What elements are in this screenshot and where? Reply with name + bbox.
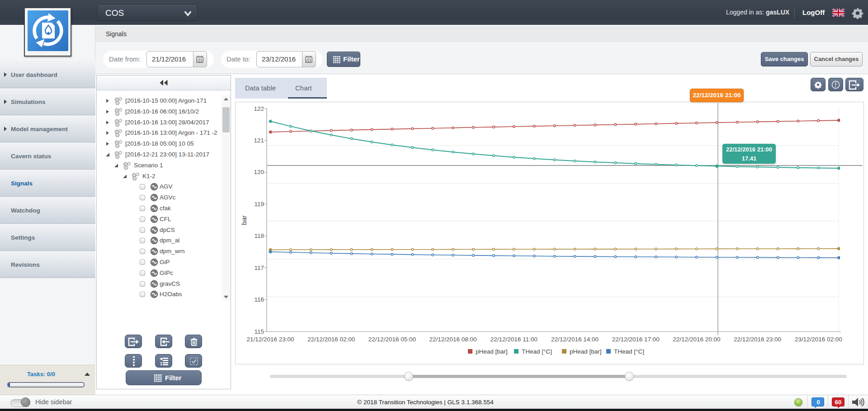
- svg-text:pHead [bar]: pHead [bar]: [476, 348, 508, 355]
- svg-text:pHead [bar]: pHead [bar]: [570, 348, 602, 355]
- svg-text:22/12/2016 11:00: 22/12/2016 11:00: [491, 336, 538, 343]
- svg-text:22/12/2016 02:00: 22/12/2016 02:00: [307, 336, 355, 343]
- svg-text:THead [°C]: THead [°C]: [614, 348, 644, 355]
- svg-text:122: 122: [254, 105, 264, 112]
- svg-text:115: 115: [254, 328, 264, 335]
- svg-text:119: 119: [254, 201, 264, 208]
- svg-text:116: 116: [254, 296, 264, 303]
- svg-text:22/12/2016 20:00: 22/12/2016 20:00: [673, 336, 720, 343]
- svg-text:21/12/2016 23:00: 21/12/2016 23:00: [246, 336, 294, 343]
- svg-text:22/12/2016 23:00: 22/12/2016 23:00: [734, 336, 781, 343]
- svg-text:23/12/2016 02:00: 23/12/2016 02:00: [795, 336, 842, 343]
- svg-text:118: 118: [254, 232, 264, 239]
- svg-text:22/12/2016 05:00: 22/12/2016 05:00: [368, 336, 416, 343]
- svg-text:bar: bar: [240, 215, 248, 225]
- svg-text:60: 60: [835, 399, 841, 406]
- svg-text:THead [°C]: THead [°C]: [522, 348, 552, 355]
- svg-text:120: 120: [254, 169, 264, 175]
- svg-text:22/12/2016 14:00: 22/12/2016 14:00: [551, 336, 599, 343]
- svg-text:117: 117: [254, 265, 264, 271]
- svg-text:121: 121: [254, 137, 264, 144]
- svg-text:0: 0: [816, 399, 820, 406]
- svg-text:22/12/2016 17:00: 22/12/2016 17:00: [612, 336, 660, 343]
- svg-text:22/12/2016 08:00: 22/12/2016 08:00: [429, 336, 477, 343]
